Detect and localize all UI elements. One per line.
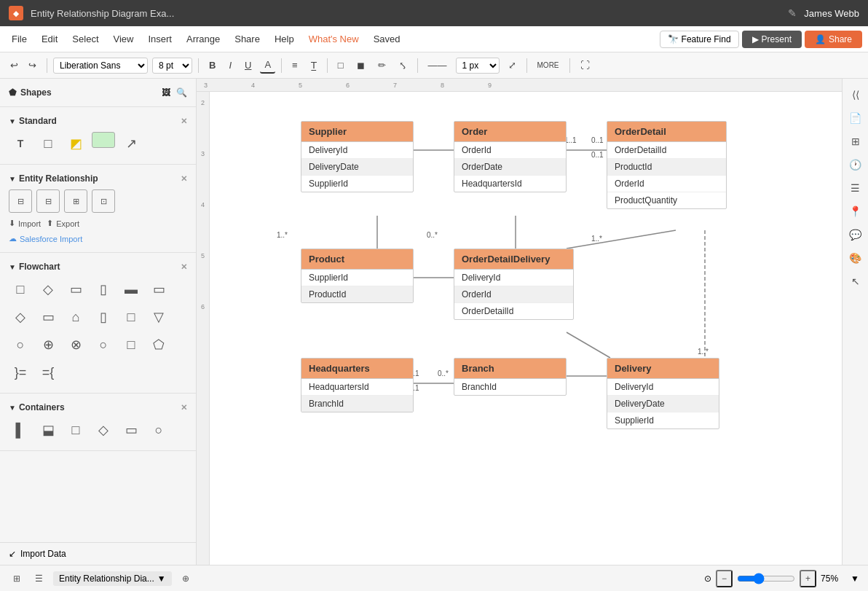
- er-shape-3[interactable]: ⊞: [64, 189, 87, 213]
- fc-rect2[interactable]: ▯: [92, 278, 115, 301]
- entity-branch[interactable]: Branch BranchId: [454, 358, 567, 396]
- fill-button[interactable]: ◼: [352, 58, 369, 73]
- entity-delivery[interactable]: Delivery DeliveryId DeliveryDate Supplie…: [607, 358, 719, 429]
- undo-button[interactable]: ↩: [6, 58, 23, 73]
- zoom-dropdown-icon[interactable]: ▼: [851, 574, 859, 584]
- er-header[interactable]: ▼ Entity Relationship ✕: [0, 171, 196, 187]
- cont-shape-4[interactable]: ◇: [92, 418, 115, 442]
- waypoint-button[interactable]: ⤢: [504, 58, 521, 73]
- menu-view[interactable]: View: [108, 31, 140, 47]
- flowchart-close-icon[interactable]: ✕: [181, 262, 187, 272]
- fc-pentagon[interactable]: ⬠: [147, 333, 170, 356]
- entity-supplier[interactable]: Supplier DeliveryId DeliveryDate Supplie…: [301, 121, 414, 192]
- fit-page-icon[interactable]: ⊙: [704, 574, 711, 584]
- feature-find-button[interactable]: 🔭 Feature Find: [660, 31, 739, 48]
- diagram-canvas[interactable]: 1..1 0..1 0..1 1..* 0..* 1..* 1..* 1..1 …: [210, 92, 842, 565]
- cont-shape-2[interactable]: ⬓: [36, 418, 60, 442]
- cont-shape-6[interactable]: ○: [147, 418, 170, 442]
- location-panel-button[interactable]: 📍: [845, 201, 866, 222]
- diagram-tab[interactable]: Entity Relationship Dia... ▼: [53, 571, 172, 586]
- menu-help[interactable]: Help: [269, 31, 300, 47]
- add-tab-button[interactable]: ⊕: [178, 571, 194, 586]
- collapse-right-button[interactable]: ⟨⟨: [845, 85, 866, 105]
- import-data-button[interactable]: ↙ Import Data: [0, 542, 196, 565]
- fc-rect3[interactable]: ▬: [119, 278, 143, 301]
- fc-shape4[interactable]: □: [119, 305, 143, 329]
- font-size-select[interactable]: 8 pt 10 pt 12 pt: [152, 58, 192, 74]
- cont-shape-1[interactable]: ▌: [9, 418, 32, 442]
- more-button[interactable]: MORE: [533, 59, 564, 71]
- text-shape[interactable]: T: [9, 132, 32, 155]
- fc-shape1[interactable]: ▭: [36, 305, 60, 329]
- menu-insert[interactable]: Insert: [142, 31, 178, 47]
- shapes-header[interactable]: ⬟ Shapes 🖼 🔍: [0, 85, 196, 101]
- cont-shape-3[interactable]: □: [64, 418, 87, 442]
- fc-cross[interactable]: ⊗: [64, 333, 87, 356]
- entity-headquarters[interactable]: Headquarters HeadquartersId BranchId: [301, 358, 414, 412]
- font-family-select[interactable]: Liberation Sans: [53, 58, 148, 74]
- fc-arrow-r[interactable]: }=: [9, 361, 32, 384]
- shape-style-button[interactable]: □: [334, 58, 348, 73]
- stroke-color-button[interactable]: ✏: [374, 58, 390, 73]
- style-panel-button[interactable]: 🎨: [845, 248, 866, 268]
- entity-product[interactable]: Product SupplierId ProductId: [301, 248, 414, 303]
- fc-diamond2[interactable]: ◇: [9, 305, 32, 329]
- menu-file[interactable]: File: [6, 31, 33, 47]
- er-shape-1[interactable]: ⊟: [9, 189, 32, 213]
- menu-arrange[interactable]: Arrange: [181, 31, 226, 47]
- fc-plus[interactable]: ⊕: [36, 333, 60, 356]
- search-icon[interactable]: 🔍: [176, 87, 187, 98]
- entity-orderdetaildelivery[interactable]: OrderDetailDelivery DeliveryId OrderId O…: [454, 248, 574, 320]
- image-icon[interactable]: 🖼: [162, 87, 170, 98]
- rect-shape[interactable]: □: [36, 132, 60, 155]
- export-button[interactable]: ⬆ Export: [47, 219, 79, 228]
- chat-panel-button[interactable]: 💬: [845, 224, 866, 245]
- cursor-panel-button[interactable]: ↖: [845, 271, 866, 291]
- fc-shape3[interactable]: ▯: [92, 305, 115, 329]
- table-panel-button[interactable]: ⊞: [845, 131, 866, 152]
- zoom-in-button[interactable]: +: [800, 570, 816, 587]
- import-button[interactable]: ⬇ Import: [9, 219, 41, 228]
- connection-style-button[interactable]: ⤣: [395, 58, 411, 73]
- underline-button[interactable]: U: [240, 58, 256, 73]
- bold-button[interactable]: B: [205, 58, 220, 73]
- fc-circle[interactable]: ○: [9, 333, 32, 356]
- menu-saved[interactable]: Saved: [368, 31, 406, 47]
- containers-close-icon[interactable]: ✕: [181, 403, 187, 412]
- menu-share[interactable]: Share: [229, 31, 266, 47]
- present-button[interactable]: ▶ Present: [742, 31, 802, 48]
- fc-rounded[interactable]: ▭: [64, 278, 87, 301]
- er-shape-4[interactable]: ⊡: [92, 189, 115, 213]
- entity-orderdetail[interactable]: OrderDetail OrderDetailId ProductId Orde…: [607, 121, 727, 209]
- line-style-button[interactable]: ——: [424, 58, 451, 73]
- fc-arrow-l[interactable]: ={: [36, 361, 60, 384]
- menu-edit[interactable]: Edit: [36, 31, 63, 47]
- stroke-width-select[interactable]: 1 px 2 px: [456, 58, 500, 74]
- fullscreen-button[interactable]: ⛶: [576, 58, 594, 73]
- grid-view-button[interactable]: ⊞: [9, 571, 25, 586]
- text-format-button[interactable]: T̲: [307, 58, 321, 73]
- redo-button[interactable]: ↪: [24, 58, 41, 73]
- italic-button[interactable]: I: [224, 58, 236, 73]
- cont-shape-5[interactable]: ▭: [119, 418, 143, 442]
- fc-shape5[interactable]: ▽: [147, 305, 170, 329]
- fc-shape6[interactable]: □: [119, 333, 143, 356]
- er-close-icon[interactable]: ✕: [181, 174, 187, 184]
- share-button[interactable]: 👤 Share: [805, 31, 862, 48]
- zoom-slider[interactable]: [737, 573, 795, 584]
- standard-close-icon[interactable]: ✕: [181, 117, 187, 126]
- menu-select[interactable]: Select: [66, 31, 104, 47]
- fc-rect4[interactable]: ▭: [147, 278, 170, 301]
- fc-rect[interactable]: □: [9, 278, 32, 301]
- note-shape[interactable]: ◩: [64, 132, 87, 155]
- standard-header[interactable]: ▼ Standard ✕: [0, 113, 196, 129]
- page-panel-button[interactable]: 📄: [845, 108, 866, 128]
- fc-diamond[interactable]: ◇: [36, 278, 60, 301]
- containers-header[interactable]: ▼ Containers ✕: [0, 399, 196, 415]
- salesforce-import-button[interactable]: ☁ Salesforce Import: [0, 231, 196, 246]
- layers-panel-button[interactable]: ☰: [845, 178, 866, 198]
- zoom-out-button[interactable]: −: [716, 570, 733, 587]
- arrow-shape[interactable]: ↗: [119, 132, 143, 155]
- align-left-button[interactable]: ≡: [288, 58, 302, 73]
- flowchart-header[interactable]: ▼ Flowchart ✕: [0, 259, 196, 275]
